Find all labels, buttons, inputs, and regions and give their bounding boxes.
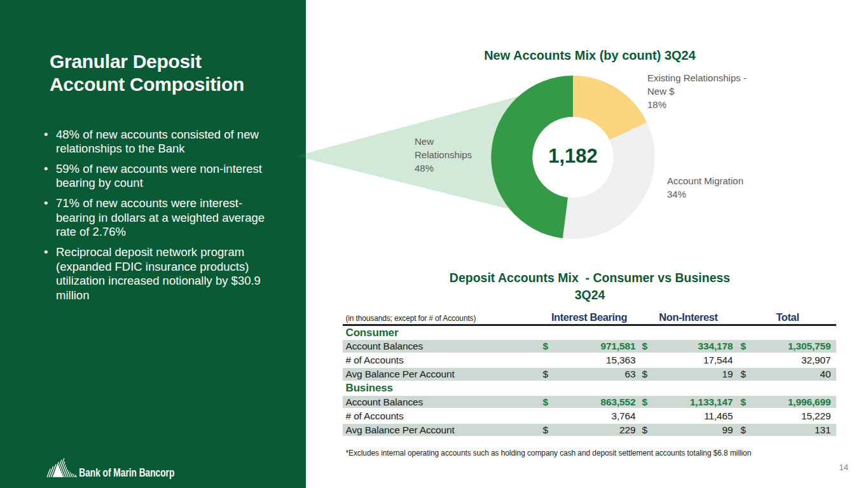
svg-text:Bank of Marin Bancorp: Bank of Marin Bancorp	[79, 465, 174, 478]
